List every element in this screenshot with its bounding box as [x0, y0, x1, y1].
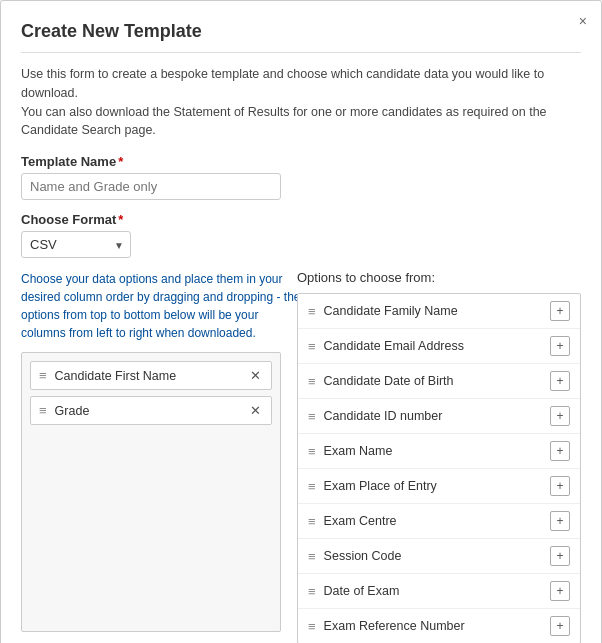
template-name-label: Template Name*: [21, 154, 581, 169]
available-option-item: ≡ Candidate Family Name +: [298, 294, 580, 329]
template-name-input[interactable]: [21, 173, 281, 200]
option-label: Exam Centre: [324, 514, 550, 528]
add-option-button[interactable]: +: [550, 371, 570, 391]
option-label: Exam Place of Entry: [324, 479, 550, 493]
close-button[interactable]: ×: [579, 13, 587, 29]
option-label: Exam Reference Number: [324, 619, 550, 633]
instructions-and-selected: Choose your data options and place them …: [21, 270, 281, 632]
add-option-button[interactable]: +: [550, 581, 570, 601]
selected-columns-panel: ≡ Candidate First Name ✕ ≡ Grade ✕: [21, 352, 281, 632]
add-option-button[interactable]: +: [550, 441, 570, 461]
add-option-button[interactable]: +: [550, 301, 570, 321]
available-option-item: ≡ Exam Reference Number +: [298, 609, 580, 643]
option-drag-handle-icon: ≡: [308, 549, 316, 564]
add-option-button[interactable]: +: [550, 406, 570, 426]
format-label: Choose Format*: [21, 212, 581, 227]
content-row: Choose your data options and place them …: [21, 270, 581, 643]
options-column: Options to choose from: ≡ Candidate Fami…: [297, 270, 581, 643]
add-option-button[interactable]: +: [550, 336, 570, 356]
selected-column-label: Grade: [55, 404, 248, 418]
add-option-button[interactable]: +: [550, 476, 570, 496]
option-label: Exam Name: [324, 444, 550, 458]
selected-column-item: ≡ Candidate First Name ✕: [30, 361, 272, 390]
option-label: Candidate ID number: [324, 409, 550, 423]
template-name-group: Template Name*: [21, 154, 581, 200]
option-drag-handle-icon: ≡: [308, 409, 316, 424]
format-select-wrapper: CSV Excel TSV ▼: [21, 231, 131, 258]
create-template-modal: Create New Template × Use this form to c…: [0, 0, 602, 643]
title-divider: [21, 52, 581, 53]
option-drag-handle-icon: ≡: [308, 304, 316, 319]
add-option-button[interactable]: +: [550, 616, 570, 636]
option-drag-handle-icon: ≡: [308, 374, 316, 389]
available-option-item: ≡ Exam Name +: [298, 434, 580, 469]
option-drag-handle-icon: ≡: [308, 619, 316, 634]
options-title: Options to choose from:: [297, 270, 581, 285]
format-select[interactable]: CSV Excel TSV: [21, 231, 131, 258]
description-text: Use this form to create a bespoke templa…: [21, 65, 581, 140]
add-option-button[interactable]: +: [550, 546, 570, 566]
option-drag-handle-icon: ≡: [308, 444, 316, 459]
available-option-item: ≡ Exam Place of Entry +: [298, 469, 580, 504]
available-option-item: ≡ Session Code +: [298, 539, 580, 574]
remove-column-button[interactable]: ✕: [248, 403, 263, 418]
add-option-button[interactable]: +: [550, 511, 570, 531]
option-label: Candidate Date of Birth: [324, 374, 550, 388]
option-label: Date of Exam: [324, 584, 550, 598]
selected-column-item: ≡ Grade ✕: [30, 396, 272, 425]
modal-title: Create New Template: [21, 21, 581, 42]
format-group: Choose Format* CSV Excel TSV ▼: [21, 212, 581, 258]
drag-handle-icon: ≡: [39, 403, 47, 418]
option-drag-handle-icon: ≡: [308, 339, 316, 354]
option-drag-handle-icon: ≡: [308, 479, 316, 494]
available-options-list: ≡ Candidate Family Name + ≡ Candidate Em…: [297, 293, 581, 643]
available-option-item: ≡ Exam Centre +: [298, 504, 580, 539]
option-label: Candidate Email Address: [324, 339, 550, 353]
available-option-item: ≡ Candidate Email Address +: [298, 329, 580, 364]
option-label: Session Code: [324, 549, 550, 563]
remove-column-button[interactable]: ✕: [248, 368, 263, 383]
available-option-item: ≡ Candidate ID number +: [298, 399, 580, 434]
available-option-item: ≡ Candidate Date of Birth +: [298, 364, 580, 399]
instructions-text: Choose your data options and place them …: [21, 270, 301, 342]
option-drag-handle-icon: ≡: [308, 514, 316, 529]
option-label: Candidate Family Name: [324, 304, 550, 318]
drag-handle-icon: ≡: [39, 368, 47, 383]
option-drag-handle-icon: ≡: [308, 584, 316, 599]
available-option-item: ≡ Date of Exam +: [298, 574, 580, 609]
selected-column-label: Candidate First Name: [55, 369, 248, 383]
